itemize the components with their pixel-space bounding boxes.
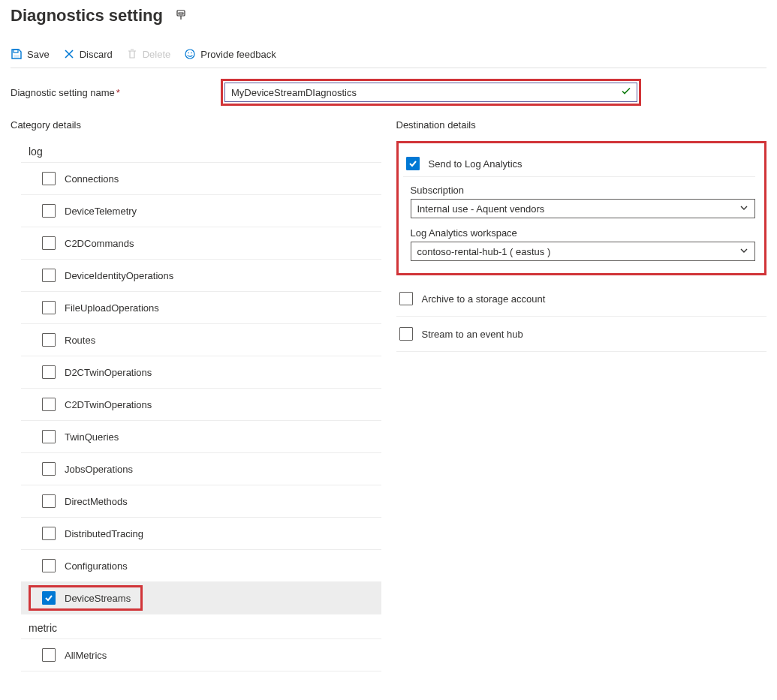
feedback-label: Provide feedback xyxy=(200,49,276,60)
log-item-checkbox[interactable] xyxy=(42,269,56,282)
destination-details-title: Destination details xyxy=(396,119,767,131)
metric-item-checkbox[interactable] xyxy=(42,648,56,662)
log-item-checkbox[interactable] xyxy=(42,333,56,347)
discard-label: Discard xyxy=(80,49,113,60)
log-item-checkbox[interactable] xyxy=(42,398,56,411)
log-analytics-highlight: Send to Log Analytics Subscription Inter… xyxy=(396,141,767,275)
log-item-row: C2DTwinOperations xyxy=(21,389,381,421)
log-item-row: D2CTwinOperations xyxy=(21,356,381,389)
subscription-select[interactable]: Internal use - Aquent vendors xyxy=(411,199,756,218)
svg-rect-1 xyxy=(179,13,183,14)
chevron-down-icon xyxy=(739,246,748,257)
workspace-value: contoso-rental-hub-1 ( eastus ) xyxy=(417,246,551,257)
log-item-checkbox[interactable] xyxy=(42,301,56,314)
log-item-row: C2DCommands xyxy=(21,227,381,260)
log-item-label: FileUploadOperations xyxy=(65,302,159,314)
svg-rect-3 xyxy=(14,50,18,53)
save-label: Save xyxy=(27,49,50,60)
log-item-checkbox[interactable] xyxy=(42,494,56,508)
metric-group-header: metric xyxy=(21,617,381,639)
workspace-label: Log Analytics workspace xyxy=(411,227,756,239)
log-item-checkbox[interactable] xyxy=(42,527,56,540)
log-item-label: DeviceIdentityOperations xyxy=(65,270,173,281)
validation-check-icon xyxy=(621,86,631,99)
log-item-checkbox[interactable] xyxy=(42,430,56,443)
log-item-checkbox[interactable] xyxy=(42,462,56,476)
eventhub-checkbox[interactable] xyxy=(399,327,413,341)
log-item-row: DeviceTelemetry xyxy=(21,195,381,227)
log-item-row: TwinQueries xyxy=(21,421,381,453)
log-item-row: DirectMethods xyxy=(21,485,381,518)
eventhub-label: Stream to an event hub xyxy=(422,329,523,340)
log-item-label: C2DTwinOperations xyxy=(65,399,152,410)
log-item-row: Routes xyxy=(21,324,381,356)
log-analytics-label: Send to Log Analytics xyxy=(429,158,523,170)
log-item-row: FileUploadOperations xyxy=(21,292,381,324)
log-item-label: Configurations xyxy=(65,560,128,572)
log-item-label: Routes xyxy=(65,335,95,346)
log-item-label: DistributedTracing xyxy=(65,528,143,539)
svg-point-8 xyxy=(188,53,189,54)
log-item-checkbox[interactable] xyxy=(42,365,56,379)
subscription-label: Subscription xyxy=(411,185,756,196)
discard-button[interactable]: Discard xyxy=(63,48,113,60)
subscription-value: Internal use - Aquent vendors xyxy=(417,203,545,215)
setting-name-label: Diagnostic setting name xyxy=(11,87,115,98)
log-item-row: Configurations xyxy=(21,550,381,582)
pin-icon[interactable] xyxy=(175,9,187,23)
delete-button: Delete xyxy=(126,48,171,60)
log-item-label: Connections xyxy=(65,173,119,185)
log-item-label: C2DCommands xyxy=(65,238,134,249)
delete-label: Delete xyxy=(143,49,171,60)
log-item-row: DistributedTracing xyxy=(21,518,381,550)
required-asterisk: * xyxy=(116,87,120,98)
log-item-checkbox[interactable] xyxy=(42,172,56,185)
page-title: Diagnostics setting xyxy=(11,6,163,26)
log-group-header: log xyxy=(21,141,381,163)
svg-point-9 xyxy=(191,53,192,54)
setting-name-highlight xyxy=(221,79,641,106)
log-item-checkbox[interactable] xyxy=(42,204,56,218)
log-item-label: TwinQueries xyxy=(65,431,119,443)
log-item-checkbox[interactable] xyxy=(42,591,56,605)
category-details-title: Category details xyxy=(11,119,381,131)
setting-name-input[interactable] xyxy=(224,83,637,102)
svg-point-7 xyxy=(185,50,194,59)
log-item-label: JobsOperations xyxy=(65,464,133,475)
log-item-checkbox[interactable] xyxy=(42,559,56,572)
log-item-label: D2CTwinOperations xyxy=(65,367,152,378)
workspace-select[interactable]: contoso-rental-hub-1 ( eastus ) xyxy=(411,242,756,261)
log-item-row: DeviceStreams xyxy=(21,582,381,614)
svg-rect-4 xyxy=(14,55,20,58)
log-item-checkbox[interactable] xyxy=(42,236,56,250)
log-item-label: DirectMethods xyxy=(65,496,128,507)
toolbar: Save Discard Delete Provide feedback xyxy=(11,44,766,68)
metric-item-label: AllMetrics xyxy=(65,650,107,661)
log-item-label: DeviceStreams xyxy=(65,593,131,604)
chevron-down-icon xyxy=(739,203,748,215)
log-item-row: Connections xyxy=(21,163,381,195)
log-analytics-checkbox[interactable] xyxy=(406,157,420,170)
storage-label: Archive to a storage account xyxy=(422,293,546,305)
log-item-label: DeviceTelemetry xyxy=(65,206,137,217)
storage-checkbox[interactable] xyxy=(399,292,413,305)
log-item-row: DeviceIdentityOperations xyxy=(21,260,381,292)
log-item-row: JobsOperations xyxy=(21,453,381,485)
feedback-button[interactable]: Provide feedback xyxy=(184,48,276,60)
save-button[interactable]: Save xyxy=(11,48,50,60)
metric-item-row: AllMetrics xyxy=(21,639,381,671)
